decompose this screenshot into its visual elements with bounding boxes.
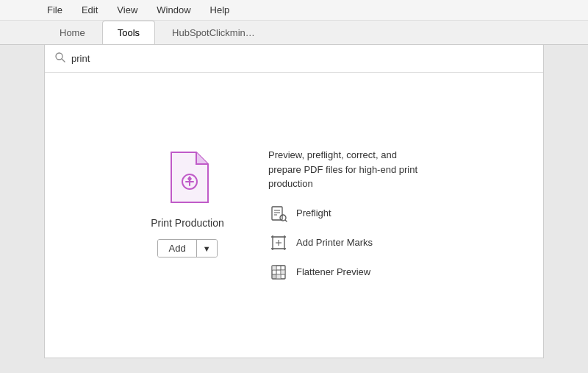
- sub-tool-printer-marks[interactable]: Add Printer Marks: [268, 232, 445, 253]
- search-bar: [45, 45, 543, 73]
- card-right: Preview, preflight, correct, and prepare…: [268, 148, 445, 283]
- card-left: Print Production Add ▼: [143, 148, 232, 257]
- search-input[interactable]: [71, 53, 533, 64]
- add-button-group: Add ▼: [157, 239, 217, 257]
- sub-tool-preflight[interactable]: Preflight: [268, 203, 445, 224]
- preflight-label: Preflight: [296, 207, 331, 219]
- sub-tools-list: Preflight: [268, 203, 445, 283]
- svg-line-7: [285, 220, 287, 221]
- preflight-icon: [268, 203, 289, 224]
- menu-window[interactable]: Window: [154, 3, 193, 17]
- svg-rect-29: [276, 274, 281, 279]
- menu-help[interactable]: Help: [207, 3, 233, 17]
- flattener-icon: [268, 262, 289, 283]
- menu-bar: File Edit View Window Help: [0, 0, 588, 21]
- svg-rect-5: [272, 207, 282, 220]
- results-area: Print Production Add ▼ Preview, prefligh…: [45, 73, 543, 358]
- svg-line-1: [62, 59, 65, 62]
- tab-home[interactable]: Home: [44, 21, 101, 44]
- tab-tools[interactable]: Tools: [102, 21, 155, 44]
- tool-name-label: Print Production: [151, 217, 224, 229]
- printer-marks-icon: [268, 232, 289, 253]
- add-button[interactable]: Add: [158, 240, 196, 257]
- sub-tool-flattener[interactable]: Flattener Preview: [268, 262, 445, 283]
- tab-hubspot[interactable]: HubSpotClickminde...: [157, 21, 274, 44]
- add-dropdown-button[interactable]: ▼: [197, 240, 217, 257]
- result-card: Print Production Add ▼ Preview, prefligh…: [143, 148, 445, 283]
- print-production-icon: [161, 148, 214, 207]
- search-icon: [55, 52, 65, 65]
- svg-rect-27: [272, 266, 276, 270]
- menu-file[interactable]: File: [44, 3, 65, 17]
- svg-rect-30: [272, 274, 276, 279]
- flattener-label: Flattener Preview: [296, 266, 370, 277]
- menu-view[interactable]: View: [114, 3, 140, 17]
- printer-marks-label: Add Printer Marks: [296, 237, 373, 248]
- tab-bar: Home Tools HubSpotClickminde...: [0, 21, 588, 45]
- menu-edit[interactable]: Edit: [79, 3, 101, 17]
- main-content: Print Production Add ▼ Preview, prefligh…: [44, 45, 544, 358]
- tool-description: Preview, preflight, correct, and prepare…: [268, 148, 430, 191]
- svg-rect-28: [281, 270, 285, 274]
